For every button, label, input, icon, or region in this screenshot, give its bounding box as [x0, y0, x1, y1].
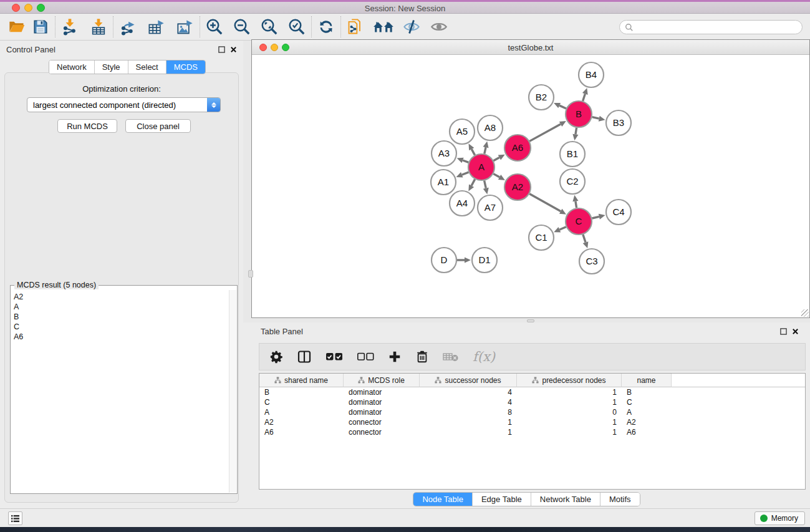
node-B3[interactable]: B3 — [606, 110, 631, 135]
edge-A-A2[interactable] — [493, 174, 505, 180]
cell[interactable]: A6 — [622, 427, 672, 437]
node-D1[interactable]: D1 — [472, 248, 497, 273]
cell[interactable]: A2 — [259, 417, 344, 427]
show-all-icon[interactable] — [430, 17, 448, 36]
node-D[interactable]: D — [432, 248, 456, 273]
search-input[interactable] — [637, 23, 802, 32]
network-graph[interactable]: B4B2BB3A5A8A6B1A3AA1C2A2A4A7C4CC1C3DD1 — [252, 55, 809, 317]
tab-edge-table[interactable]: Edge Table — [473, 493, 531, 506]
cell[interactable]: B — [622, 387, 672, 397]
cell[interactable]: C — [259, 397, 344, 407]
edge-A-A4[interactable] — [468, 179, 475, 191]
result-item[interactable]: B — [14, 312, 229, 322]
criterion-dropdown[interactable]: largest connected component (directed) — [27, 97, 221, 112]
table-row[interactable]: Adominator80A — [259, 407, 805, 417]
node-B1[interactable]: B1 — [560, 142, 585, 167]
cell[interactable]: 4 — [420, 397, 517, 407]
column-header-name[interactable]: name — [622, 374, 672, 387]
edge-A-A6[interactable] — [493, 155, 504, 161]
cell[interactable]: A — [259, 407, 344, 417]
edge-C-C3[interactable] — [583, 235, 589, 248]
close-panel-button[interactable]: Close panel — [125, 119, 191, 133]
tab-node-table[interactable]: Node Table — [413, 493, 473, 506]
open-file-icon[interactable] — [7, 17, 26, 36]
node-A2[interactable]: A2 — [504, 174, 531, 200]
cell[interactable]: 4 — [420, 387, 517, 397]
float-panel-icon[interactable] — [218, 46, 225, 53]
node-B[interactable]: B — [566, 101, 592, 127]
edge-C-C4[interactable] — [592, 214, 605, 220]
node-A7[interactable]: A7 — [478, 195, 503, 220]
node-C4[interactable]: C4 — [606, 200, 631, 225]
result-item[interactable]: C — [14, 322, 229, 332]
result-item[interactable]: A2 — [14, 292, 229, 302]
node-C1[interactable]: C1 — [529, 225, 554, 250]
edge-C-C2[interactable] — [572, 195, 578, 208]
edge-A-A5[interactable] — [469, 143, 475, 155]
edge-A-A1[interactable] — [456, 172, 468, 178]
import-network-icon[interactable] — [60, 17, 79, 36]
task-history-button[interactable] — [8, 511, 22, 525]
cell[interactable]: 1 — [517, 417, 622, 427]
column-header-predecessor-nodes[interactable]: predecessor nodes — [517, 374, 622, 387]
column-header-MCDS-role[interactable]: MCDS role — [344, 374, 420, 387]
node-A4[interactable]: A4 — [450, 191, 475, 216]
table-row[interactable]: A2connector11A2 — [259, 417, 805, 427]
cell[interactable]: connector — [344, 417, 420, 427]
export-table-icon[interactable] — [147, 17, 166, 36]
cell[interactable]: dominator — [344, 407, 420, 417]
node-C3[interactable]: C3 — [579, 249, 604, 274]
tab-mcds[interactable]: MCDS — [166, 60, 205, 74]
node-A3[interactable]: A3 — [432, 141, 456, 166]
table-settings-icon[interactable] — [269, 350, 283, 364]
close-table-panel-icon[interactable] — [792, 328, 799, 335]
memory-button[interactable]: Memory — [755, 511, 805, 525]
cell[interactable]: C — [622, 397, 672, 407]
cell[interactable]: 1 — [420, 417, 517, 427]
edge-C-C1[interactable] — [554, 227, 566, 233]
search-box[interactable] — [619, 20, 803, 34]
clone-network-icon[interactable] — [346, 17, 365, 36]
zoom-fit-icon[interactable] — [260, 17, 279, 36]
refresh-icon[interactable] — [317, 17, 335, 36]
cell[interactable]: 1 — [517, 387, 622, 397]
edge-B-B4[interactable] — [582, 88, 588, 101]
cell[interactable]: 0 — [517, 407, 622, 417]
delete-column-icon[interactable] — [415, 350, 429, 364]
node-C2[interactable]: C2 — [560, 169, 585, 194]
table-row[interactable]: Cdominator41C — [259, 397, 805, 407]
edge-B-B2[interactable] — [554, 103, 566, 109]
cell[interactable]: connector — [344, 427, 420, 437]
destroy-table-icon[interactable] — [443, 351, 459, 362]
run-mcds-button[interactable]: Run MCDS — [57, 119, 117, 133]
node-A6[interactable]: A6 — [504, 135, 531, 161]
first-neighbors-icon[interactable] — [372, 17, 396, 36]
export-image-icon[interactable] — [176, 17, 195, 36]
tab-motifs[interactable]: Motifs — [600, 493, 640, 506]
table-row[interactable]: A6connector11A6 — [259, 427, 805, 437]
cell[interactable]: 1 — [420, 427, 517, 437]
node-A5[interactable]: A5 — [450, 119, 475, 144]
zoom-in-icon[interactable] — [205, 17, 224, 36]
import-table-icon[interactable] — [89, 17, 108, 36]
deselect-all-columns-icon[interactable] — [357, 352, 374, 362]
tab-select[interactable]: Select — [128, 60, 166, 74]
node-A8[interactable]: A8 — [478, 115, 503, 140]
cell[interactable]: A6 — [259, 427, 344, 437]
add-column-icon[interactable] — [388, 350, 402, 364]
select-all-columns-icon[interactable] — [325, 352, 343, 362]
node-A1[interactable]: A1 — [431, 170, 456, 195]
column-header-shared-name[interactable]: shared name — [259, 374, 344, 387]
split-view-icon[interactable] — [297, 349, 312, 364]
node-B2[interactable]: B2 — [529, 85, 554, 110]
save-session-icon[interactable] — [31, 17, 50, 36]
export-network-icon[interactable] — [118, 17, 137, 36]
cell[interactable]: A2 — [622, 417, 672, 427]
tab-network-table[interactable]: Network Table — [531, 493, 600, 506]
node-B4[interactable]: B4 — [579, 62, 604, 87]
edge-B-B3[interactable] — [592, 116, 605, 122]
cell[interactable]: B — [259, 387, 344, 397]
resize-grip[interactable] — [801, 309, 809, 317]
cell[interactable]: 1 — [517, 427, 622, 437]
vertical-splitter-handle[interactable] — [248, 270, 253, 278]
